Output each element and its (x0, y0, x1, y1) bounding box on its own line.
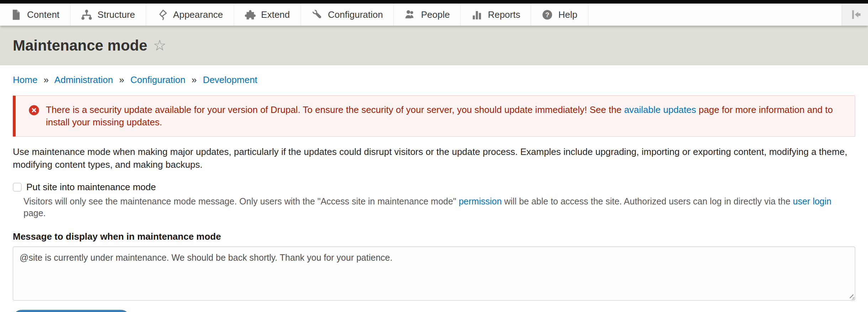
toolbar-orientation-toggle[interactable] (842, 4, 868, 26)
toolbar-tab-content[interactable]: Content (0, 4, 70, 26)
message-textarea-wrapper: @site is currently under maintenance. We… (13, 246, 855, 301)
configuration-wrench-icon (312, 9, 323, 20)
breadcrumb-separator: » (44, 74, 49, 85)
toolbar-tab-people[interactable]: People (394, 4, 461, 26)
toolbar-tab-label: Content (27, 9, 59, 20)
toolbar-tab-label: Extend (261, 9, 290, 20)
toolbar-tab-configuration[interactable]: Configuration (301, 4, 394, 26)
message-field-label: Message to display when in maintenance m… (13, 231, 855, 242)
breadcrumb-link-administration[interactable]: Administration (54, 74, 113, 85)
structure-sitemap-icon (81, 9, 92, 20)
breadcrumb-link-home[interactable]: Home (13, 74, 37, 85)
toolbar-tab-reports[interactable]: Reports (461, 4, 531, 26)
toolbar-tab-label: Configuration (328, 9, 383, 20)
error-message-box: There is a security update available for… (13, 95, 855, 137)
page-title: Maintenance mode ☆ (13, 37, 855, 54)
description-text: page. (23, 208, 46, 218)
toolbar-tab-label: Help (558, 9, 577, 20)
content-file-icon (11, 9, 22, 20)
toolbar-tab-label: Structure (97, 9, 135, 20)
available-updates-link[interactable]: available updates (624, 104, 696, 115)
page-title-text: Maintenance mode (13, 37, 147, 54)
toolbar-tab-extend[interactable]: Extend (234, 4, 301, 26)
maintenance-mode-description: Visitors will only see the maintenance m… (23, 196, 855, 219)
breadcrumb-separator: » (191, 74, 196, 85)
reports-barchart-icon (471, 9, 482, 20)
description-text: will be able to access the site. Authori… (502, 196, 793, 206)
extend-puzzle-icon (245, 9, 256, 20)
main-content: Home » Administration » Configuration » … (0, 65, 868, 312)
maintenance-mode-checkbox[interactable] (13, 183, 22, 192)
breadcrumb-separator: » (119, 74, 124, 85)
description-text: Visitors will only see the maintenance m… (23, 196, 459, 206)
maintenance-mode-checkbox-row: Put site into maintenance mode (13, 182, 855, 193)
user-login-link[interactable]: user login (793, 196, 831, 206)
maintenance-message-textarea[interactable]: @site is currently under maintenance. We… (13, 246, 855, 301)
maintenance-mode-checkbox-label[interactable]: Put site into maintenance mode (26, 182, 156, 193)
top-admin-bar (0, 0, 868, 4)
admin-toolbar: Content Structure Appearance Extend (0, 4, 868, 26)
toolbar-tab-label: Reports (488, 9, 520, 20)
error-text-before: There is a security update available for… (46, 104, 624, 115)
page-header: Maintenance mode ☆ (0, 26, 868, 65)
error-message-text: There is a security update available for… (46, 104, 844, 129)
toolbar-tab-label: Appearance (173, 9, 223, 20)
svg-text:?: ? (545, 11, 549, 19)
breadcrumb-link-development[interactable]: Development (203, 74, 257, 85)
toolbar-tab-structure[interactable]: Structure (70, 4, 146, 26)
star-outline-icon[interactable]: ☆ (153, 38, 166, 53)
error-icon (28, 105, 39, 116)
appearance-brush-icon (157, 9, 168, 20)
toolbar-tab-label: People (421, 9, 450, 20)
save-configuration-button[interactable]: Save configuration (13, 310, 130, 312)
help-question-icon: ? (542, 9, 553, 20)
breadcrumb: Home » Administration » Configuration » … (13, 65, 855, 87)
toolbar-tab-help[interactable]: ? Help (531, 4, 588, 26)
people-icon (404, 9, 416, 20)
toolbar-tab-appearance[interactable]: Appearance (146, 4, 234, 26)
breadcrumb-link-configuration[interactable]: Configuration (131, 74, 186, 85)
maintenance-mode-intro: Use maintenance mode when making major u… (13, 145, 855, 171)
permission-link[interactable]: permission (459, 196, 502, 206)
toolbar-collapse-icon (849, 9, 861, 21)
